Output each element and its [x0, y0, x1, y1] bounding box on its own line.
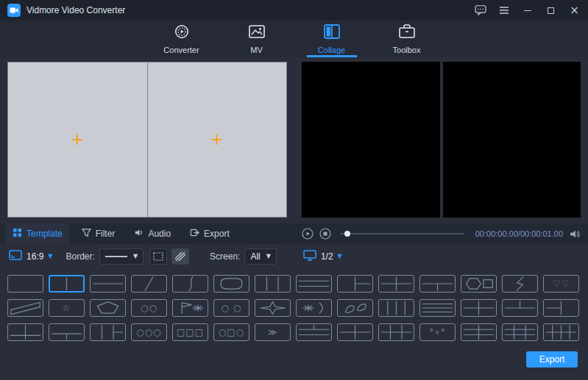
page-selector[interactable]: 1/2 ▼	[303, 250, 342, 264]
panel-tab-export-label: Export	[204, 229, 230, 239]
layout-circle-square-circle[interactable]: ○□○	[213, 323, 249, 341]
layout-star[interactable]: ☆	[49, 299, 85, 317]
add-media-icon: +	[211, 129, 223, 150]
panel-tab-filter[interactable]: Filter	[75, 223, 122, 244]
volume-icon[interactable]	[569, 228, 581, 240]
tab-collage-label: Collage	[318, 46, 345, 54]
layout-3-rows-2-cols[interactable]	[461, 323, 497, 341]
layout-1x1[interactable]	[7, 275, 43, 293]
maximize-button[interactable]	[545, 4, 557, 17]
layout-2x2[interactable]	[378, 275, 414, 293]
layout-3-rows-top-split[interactable]	[296, 323, 332, 341]
layout-2-horizontal[interactable]	[90, 275, 126, 293]
panel-tab-audio[interactable]: Audio	[127, 223, 177, 244]
layout-lightning[interactable]	[502, 275, 538, 293]
midbar: Template Filter Audio Export	[0, 223, 588, 244]
collage-slot-2[interactable]: +	[148, 62, 287, 217]
layout-3-horizontal[interactable]	[296, 275, 332, 293]
preview-screen-right	[443, 62, 581, 218]
layout-two-circles[interactable]: ○ ○	[213, 299, 249, 317]
panel-tab-template[interactable]: Template	[6, 223, 69, 244]
audio-icon	[134, 227, 144, 240]
collage-toolbar: 16:9 ▼ Border: ▼ Screen: All ▼ 1/2 ▼	[0, 244, 588, 269]
layout-3-vertical[interactable]	[255, 275, 291, 293]
close-button[interactable]: ×	[568, 4, 581, 17]
time-display: 00:00:00.00/00:00:01.00	[475, 229, 563, 238]
seek-slider[interactable]	[340, 233, 464, 234]
layout-4-vertical[interactable]	[378, 299, 414, 317]
app-window: Vidmore Video Converter × Converter MV	[0, 0, 588, 380]
chevron-down-icon: ▼	[133, 254, 138, 259]
filter-icon	[82, 227, 91, 240]
layout-burst-bracket[interactable]	[296, 299, 332, 317]
layout-3x3[interactable]	[502, 323, 538, 341]
layout-2-cols-bottom-bar[interactable]	[7, 323, 43, 341]
layout-2-vertical[interactable]	[49, 275, 85, 293]
layout-fast-forward[interactable]: ≫	[255, 323, 291, 341]
preview-screen-left	[302, 62, 440, 218]
menu-icon[interactable]	[497, 4, 510, 17]
aspect-ratio-value: 16:9	[26, 251, 43, 262]
layout-4x2[interactable]	[543, 323, 579, 341]
panel-tab-audio-label: Audio	[148, 229, 171, 239]
layout-three-squares[interactable]: □□□	[172, 323, 208, 341]
titlebar: Vidmore Video Converter ×	[0, 0, 588, 21]
layout-1-left-2-right[interactable]	[337, 275, 373, 293]
screen-select-value: All	[250, 251, 260, 262]
layout-2x2-b[interactable]	[461, 299, 497, 317]
layout-swirls[interactable]	[337, 299, 373, 317]
layout-2-left-1-right[interactable]	[543, 299, 579, 317]
screen-select[interactable]: All ▼	[244, 248, 277, 265]
layout-diagonal[interactable]	[131, 275, 167, 293]
chevron-down-icon: ▼	[338, 254, 342, 259]
tab-mv[interactable]: MV	[232, 21, 282, 57]
layout-two-hearts[interactable]: ♡♡	[543, 275, 579, 293]
window-title: Vidmore Video Converter	[26, 5, 125, 15]
stop-button[interactable]	[319, 228, 331, 240]
monitor-icon	[303, 250, 316, 264]
layout-two-circles-overlap[interactable]: ○○	[131, 299, 167, 317]
tab-collage[interactable]: Collage	[307, 21, 357, 57]
layout-ribbon[interactable]	[7, 299, 43, 317]
border-dash-button[interactable]	[149, 248, 167, 265]
tab-toolbox-label: Toolbox	[393, 46, 421, 54]
layout-flag-burst[interactable]	[172, 299, 208, 317]
export-tab-icon	[190, 227, 199, 240]
minimize-button[interactable]	[521, 4, 534, 17]
layout-rounded-inset[interactable]	[213, 275, 249, 293]
app-logo-icon	[7, 4, 21, 17]
layout-three-circles[interactable]: ○○○	[131, 323, 167, 341]
layout-2x2-c[interactable]	[337, 323, 373, 341]
chevron-down-icon: ▼	[48, 254, 52, 259]
aspect-ratio-dropdown[interactable]: 16:9 ▼	[9, 250, 53, 263]
layout-1-top-2-bottom[interactable]	[419, 275, 456, 293]
collage-slot-1[interactable]: +	[8, 62, 147, 217]
tab-mv-label: MV	[250, 46, 263, 54]
export-button[interactable]: Export	[526, 351, 578, 368]
play-button[interactable]	[302, 228, 314, 240]
panel-tab-export[interactable]: Export	[183, 223, 236, 244]
layout-3-cols-right-split[interactable]	[90, 323, 126, 341]
layout-small-circles[interactable]: °∘°	[419, 323, 456, 341]
layout-4-horizontal[interactable]	[419, 299, 456, 317]
layout-2x3[interactable]	[378, 323, 414, 341]
page-indicator: 1/2	[321, 251, 333, 262]
tab-toolbox[interactable]: Toolbox	[382, 21, 432, 57]
seek-thumb[interactable]	[344, 231, 350, 237]
border-label: Border:	[66, 251, 95, 262]
footer: Export	[0, 341, 588, 380]
feedback-icon[interactable]	[474, 4, 486, 17]
layout-hexagon-square[interactable]	[461, 275, 497, 293]
tab-converter[interactable]: Converter	[157, 21, 207, 57]
layout-top-bar-2-cols[interactable]	[49, 323, 85, 341]
border-fill-button[interactable]	[171, 248, 189, 265]
tab-converter-label: Converter	[163, 46, 199, 54]
layout-curve[interactable]	[172, 275, 208, 293]
border-style-select[interactable]: ▼	[99, 248, 144, 265]
screen-label: Screen:	[210, 251, 240, 262]
titlebar-controls: ×	[474, 4, 581, 17]
layout-pentagon[interactable]	[90, 299, 126, 317]
layout-2-top-1-bottom[interactable]	[502, 299, 538, 317]
player-bar: 00:00:00.00/00:00:01.00	[294, 223, 588, 244]
layout-four-point-star[interactable]	[255, 299, 291, 317]
